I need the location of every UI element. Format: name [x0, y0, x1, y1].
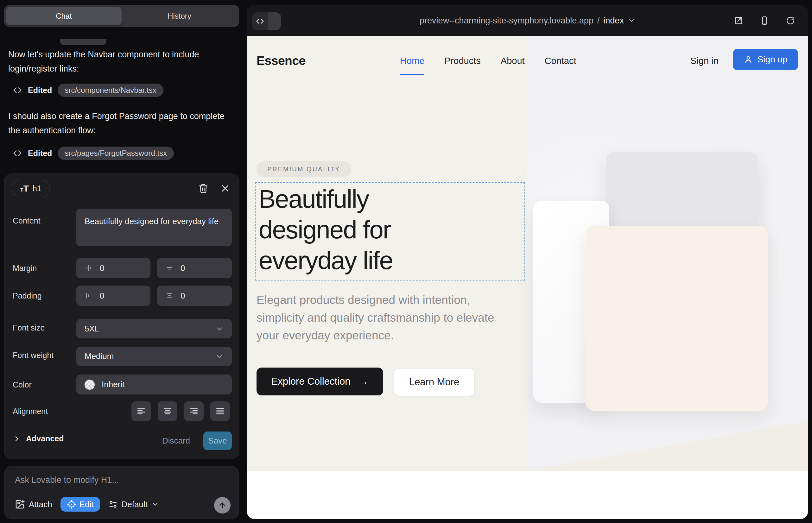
- tab-chat[interactable]: Chat: [6, 7, 122, 25]
- code-preview-toggle[interactable]: [252, 12, 281, 30]
- type-icon: тT: [20, 184, 29, 194]
- margin-vertical-icon: [165, 264, 174, 272]
- hero-heading[interactable]: Beautifully designed for everyday life: [259, 184, 461, 276]
- user-icon: [744, 55, 753, 64]
- chat-composer: Attach Edit Default: [4, 466, 239, 519]
- edited-label: Edited: [28, 149, 52, 158]
- edit-mode-button[interactable]: Edit: [60, 497, 100, 511]
- color-swatch: [85, 380, 95, 390]
- nav-link-home[interactable]: Home: [400, 56, 424, 66]
- margin-x-input[interactable]: 0: [76, 258, 151, 278]
- content-label: Content: [13, 216, 40, 226]
- chat-message: I should also create a Forgot Password p…: [8, 109, 232, 138]
- model-selector[interactable]: Default: [108, 500, 159, 509]
- chevron-down-icon: [215, 325, 224, 333]
- element-editor-panel: тT h1 Content Beautifully designed for e…: [4, 174, 239, 459]
- nav-link-about[interactable]: About: [501, 56, 525, 66]
- hero-description: Elegant products designed with intention…: [257, 291, 510, 344]
- file-chip[interactable]: src/components/Navbar.tsx: [58, 84, 163, 97]
- align-justify-button[interactable]: [210, 401, 230, 421]
- mobile-view-button[interactable]: [760, 16, 769, 25]
- chevron-down-icon: [215, 353, 224, 361]
- padding-y-input[interactable]: 0: [157, 286, 232, 306]
- alignment-label: Alignment: [13, 407, 48, 416]
- nav-link-contact[interactable]: Contact: [545, 56, 576, 66]
- chat-message: Now let's update the Navbar component to…: [8, 48, 232, 76]
- align-center-button[interactable]: [158, 401, 177, 421]
- arrow-up-icon: [218, 501, 227, 510]
- sign-in-link[interactable]: Sign in: [690, 56, 719, 66]
- color-label: Color: [13, 380, 32, 390]
- composer-input[interactable]: [15, 475, 217, 485]
- font-size-label: Font size: [13, 323, 45, 332]
- site-logo[interactable]: Essence: [257, 54, 306, 68]
- code-icon: [13, 148, 22, 158]
- padding-horizontal-icon: [85, 292, 93, 300]
- edited-label: Edited: [28, 86, 52, 95]
- margin-label: Margin: [13, 264, 37, 273]
- refresh-icon: [786, 16, 795, 25]
- toggle-handle: [268, 12, 281, 30]
- advanced-toggle[interactable]: Advanced: [13, 434, 64, 443]
- open-external-button[interactable]: [734, 16, 743, 25]
- align-left-icon: [136, 406, 146, 416]
- truncated-chip: [60, 39, 106, 45]
- margin-horizontal-icon: [85, 264, 93, 272]
- chevron-down-icon: [628, 17, 635, 24]
- url-page: index: [603, 16, 624, 26]
- save-button[interactable]: Save: [203, 432, 232, 450]
- nav-links: Home Products About Contact: [400, 56, 576, 66]
- crosshair-icon: [67, 500, 76, 509]
- align-justify-icon: [215, 406, 225, 416]
- composer-toolbar: Attach Edit Default: [15, 497, 159, 511]
- content-input[interactable]: Beautifully designed for everyday life: [76, 209, 232, 246]
- padding-x-input[interactable]: 0: [76, 286, 151, 306]
- url-domain: preview--charming-site-symphony.lovable.…: [420, 16, 594, 26]
- tab-history[interactable]: History: [122, 7, 237, 25]
- font-size-select[interactable]: 5XL: [76, 319, 232, 339]
- close-icon: [220, 184, 230, 193]
- file-chip[interactable]: src/pages/ForgotPassword.tsx: [58, 147, 174, 160]
- code-icon: [252, 12, 268, 30]
- font-weight-select[interactable]: Medium: [76, 347, 232, 366]
- site-navbar: Essence Home Products About Contact Sign…: [247, 36, 808, 84]
- chevron-right-icon: [13, 435, 21, 443]
- url-separator: /: [597, 16, 600, 26]
- url-breadcrumb[interactable]: preview--charming-site-symphony.lovable.…: [420, 16, 635, 26]
- align-right-button[interactable]: [184, 401, 204, 421]
- topbar-actions: [734, 5, 795, 36]
- nav-link-products[interactable]: Products: [444, 56, 480, 66]
- lovable-editor-window: Chat History Now let's update the Navbar…: [0, 0, 812, 523]
- send-button[interactable]: [214, 497, 231, 513]
- learn-more-button[interactable]: Learn More: [394, 368, 475, 396]
- preview-panel: preview--charming-site-symphony.lovable.…: [247, 5, 808, 519]
- settings-sliders-icon: [108, 500, 118, 509]
- font-weight-label: Font weight: [13, 351, 54, 360]
- color-select[interactable]: Inherit: [76, 375, 232, 395]
- padding-label: Padding: [13, 291, 42, 301]
- close-editor-button[interactable]: [218, 181, 232, 195]
- preview-topbar: preview--charming-site-symphony.lovable.…: [247, 5, 808, 36]
- edited-file-row[interactable]: Edited src/pages/ForgotPassword.tsx: [13, 146, 174, 161]
- align-center-icon: [162, 406, 173, 416]
- padding-vertical-icon: [165, 292, 174, 300]
- edited-file-row[interactable]: Edited src/components/Navbar.tsx: [13, 83, 163, 97]
- trash-icon: [198, 183, 208, 194]
- hero-diagonal-wedge: [527, 421, 808, 471]
- sign-up-button[interactable]: Sign up: [733, 49, 798, 70]
- explore-collection-button[interactable]: Explore Collection →: [257, 367, 383, 395]
- refresh-button[interactable]: [786, 16, 795, 25]
- align-left-button[interactable]: [131, 401, 151, 421]
- margin-y-input[interactable]: 0: [157, 258, 232, 278]
- code-icon: [13, 86, 22, 95]
- discard-button[interactable]: Discard: [157, 432, 195, 450]
- smartphone-icon: [760, 16, 769, 25]
- attach-button[interactable]: Attach: [15, 499, 52, 509]
- selected-element-pill[interactable]: тT h1: [12, 180, 50, 197]
- element-selection-outline[interactable]: Beautifully designed for everyday life: [255, 182, 525, 281]
- external-link-icon: [734, 16, 743, 25]
- decor-card-cream: [586, 226, 768, 411]
- arrow-right-icon: →: [358, 376, 368, 387]
- premium-quality-badge: PREMIUM QUALITY: [257, 161, 351, 177]
- delete-element-button[interactable]: [196, 181, 210, 195]
